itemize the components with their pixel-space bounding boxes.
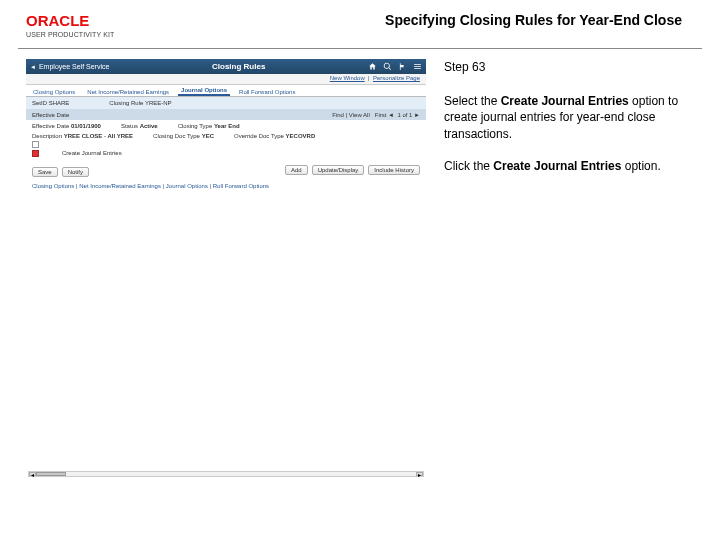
home-icon[interactable] <box>368 62 377 72</box>
scroll-track[interactable] <box>36 472 416 476</box>
desc-label: Description <box>32 133 62 139</box>
eff-date-label: Effective Date <box>32 112 69 118</box>
personalize-link[interactable]: Personalize Page <box>373 75 420 81</box>
bottom-tab-links[interactable]: Closing Options | Net Income/Retained Ea… <box>32 183 420 189</box>
unknown-checkbox[interactable] <box>32 141 39 148</box>
closing-type-label: Closing Type <box>178 123 213 129</box>
closing-type-value: Year End <box>214 123 240 129</box>
app-topbar: ◄ Employee Self Service Closing Rules <box>26 59 426 74</box>
instruction-paragraph-2: Click the Create Journal Entries option. <box>444 158 702 174</box>
scroll-thumb[interactable] <box>36 472 66 476</box>
override-doc-value: YECOVRD <box>286 133 316 139</box>
add-button[interactable]: Add <box>285 165 308 175</box>
setid-field: SetID SHARE <box>32 100 69 106</box>
flag-icon[interactable] <box>398 62 407 72</box>
tab-net-income[interactable]: Net Income/Retained Earnings <box>84 88 172 96</box>
eff-date-field-label: Effective Date <box>32 123 69 129</box>
status-label: Status <box>121 123 138 129</box>
create-journal-label: Create Journal Entries <box>62 150 122 157</box>
app-title: Closing Rules <box>109 62 368 71</box>
record-count: 1 of 1 <box>397 112 412 118</box>
tab-journal-options[interactable]: Journal Options <box>178 86 230 96</box>
instruction-panel: Step 63 Select the Create Journal Entrie… <box>426 59 702 479</box>
oracle-brand: ORACLE <box>26 12 114 29</box>
back-icon[interactable]: ◄ <box>30 64 36 70</box>
override-doc-label: Override Doc Type <box>234 133 284 139</box>
new-window-link[interactable]: New Window <box>330 75 365 81</box>
upk-label: USER PRODUCTIVITY KIT <box>26 31 114 38</box>
sub-navbar: New Window | Personalize Page <box>26 74 426 85</box>
form-body: Effective Date 01/01/1900 Status Active … <box>26 120 426 195</box>
page-title: Specifying Closing Rules for Year-End Cl… <box>385 12 682 28</box>
status-value: Active <box>140 123 158 129</box>
eff-date-value: 01/01/1900 <box>71 123 101 129</box>
closing-rule-field: Closing Rule YREE-NP <box>109 100 171 106</box>
header-divider <box>18 48 702 49</box>
search-icon[interactable] <box>383 62 392 72</box>
step-number: Step 63 <box>444 59 702 75</box>
scroll-left-icon[interactable]: ◄ <box>29 472 36 476</box>
id-row: SetID SHARE Closing Rule YREE-NP <box>26 97 426 109</box>
instruction-paragraph-1: Select the Create Journal Entries option… <box>444 93 702 142</box>
tab-roll-forward[interactable]: Roll Forward Options <box>236 88 298 96</box>
closing-doc-label: Closing Doc Type <box>153 133 200 139</box>
scroll-right-icon[interactable]: ► <box>416 472 423 476</box>
menu-icon[interactable] <box>413 62 422 72</box>
tab-strip: Closing Options Net Income/Retained Earn… <box>26 85 426 97</box>
save-button[interactable]: Save <box>32 167 58 177</box>
notify-button[interactable]: Notify <box>62 167 89 177</box>
tab-closing-options[interactable]: Closing Options <box>30 88 78 96</box>
effective-date-header: Effective Date Find | View All First ◄ 1… <box>26 109 426 120</box>
include-history-button[interactable]: Include History <box>368 165 420 175</box>
oracle-logo-block: ORACLE USER PRODUCTIVITY KIT <box>26 12 114 38</box>
horizontal-scrollbar[interactable]: ◄ ► <box>28 471 424 477</box>
first-label: First <box>375 112 387 118</box>
find-link[interactable]: Find | View All <box>332 112 369 118</box>
embedded-screenshot: ◄ Employee Self Service Closing Rules Ne… <box>26 59 426 479</box>
desc-value: YREE CLOSE - All YREE <box>64 133 133 139</box>
update-button[interactable]: Update/Display <box>312 165 365 175</box>
create-journal-checkbox[interactable] <box>32 150 39 157</box>
closing-doc-value: YEC <box>202 133 214 139</box>
section-name: Employee Self Service <box>39 63 109 70</box>
